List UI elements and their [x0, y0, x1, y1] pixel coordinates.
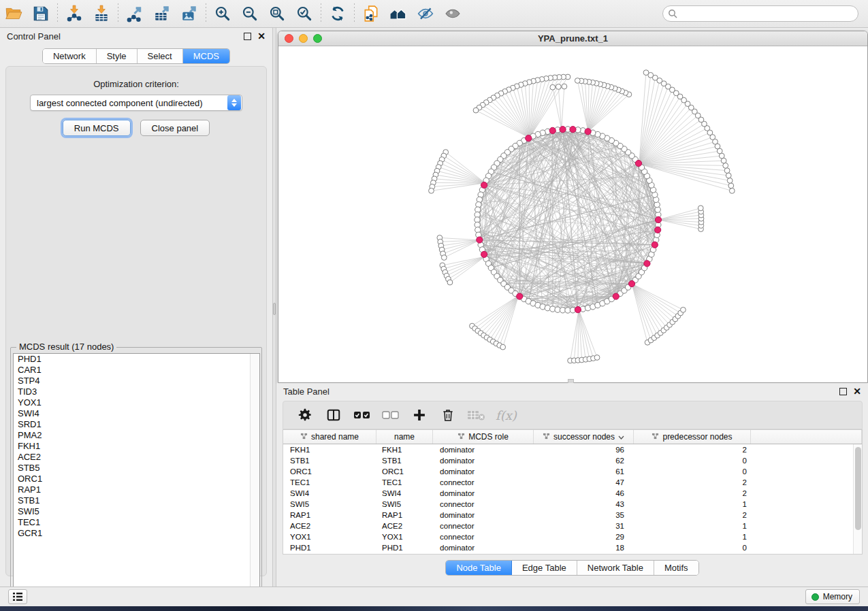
mcds-result-item[interactable]: FKH1 — [14, 441, 259, 452]
cell: PHD1 — [283, 542, 376, 553]
tab-mcds[interactable]: MCDS — [183, 49, 229, 63]
column-header-predecessor-nodes[interactable]: predecessor nodes — [634, 430, 751, 444]
mcds-result-item[interactable]: SWI5 — [14, 506, 259, 517]
cell: 47 — [534, 477, 634, 488]
deselect-all-icon[interactable] — [381, 405, 400, 425]
mcds-result-item[interactable]: TEC1 — [14, 517, 259, 528]
column-header-name[interactable]: name — [376, 430, 433, 444]
close-panel-button[interactable]: Close panel — [140, 120, 210, 136]
copy-network-icon[interactable] — [357, 2, 385, 25]
result-list-scrollbar[interactable] — [250, 354, 259, 597]
mcds-result-item[interactable]: YOX1 — [14, 397, 259, 408]
mcds-result-item[interactable]: TID3 — [14, 386, 259, 397]
tab-style[interactable]: Style — [97, 49, 138, 63]
mcds-result-item[interactable]: STB1 — [14, 495, 259, 506]
table-scrollbar-thumb[interactable] — [855, 447, 861, 530]
mcds-result-item[interactable]: RAP1 — [14, 484, 259, 495]
network-canvas[interactable] — [278, 46, 867, 382]
import-network-icon[interactable] — [61, 2, 88, 25]
export-image-icon[interactable] — [176, 2, 203, 25]
mcds-result-item[interactable]: STB5 — [14, 463, 259, 474]
table-scrollbar[interactable] — [853, 444, 862, 554]
delete-column-icon[interactable] — [438, 405, 457, 425]
zoom-in-icon[interactable] — [209, 2, 236, 25]
table-tab-node-table[interactable]: Node Table — [446, 561, 512, 575]
run-mcds-button[interactable]: Run MCDS — [63, 120, 131, 136]
refresh-icon[interactable] — [324, 2, 351, 25]
save-session-icon[interactable] — [27, 2, 54, 25]
mcds-result-item[interactable]: SWI4 — [14, 408, 259, 419]
cell: connector — [433, 521, 534, 531]
function-builder-icon[interactable]: f(x) — [496, 405, 517, 425]
mcds-result-item[interactable]: STP4 — [14, 376, 259, 386]
column-settings-icon[interactable] — [295, 405, 315, 425]
table-row[interactable]: STB1STB1dominator620 — [283, 455, 862, 466]
table-row[interactable]: TEC1TEC1connector472 — [283, 477, 862, 488]
import-table-icon[interactable] — [88, 2, 115, 25]
close-table-panel-icon[interactable]: ✕ — [853, 388, 861, 395]
mcds-result-item[interactable]: CAR1 — [14, 365, 259, 376]
close-panel-icon[interactable]: ✕ — [257, 33, 266, 40]
memory-button[interactable]: Memory — [805, 589, 860, 604]
tab-network[interactable]: Network — [43, 49, 97, 63]
cell: 29 — [534, 531, 634, 542]
table-row[interactable]: FKH1FKH1dominator962 — [283, 444, 862, 455]
cell: dominator — [433, 488, 534, 499]
mcds-result-item[interactable]: ORC1 — [14, 474, 259, 484]
zoom-selected-icon[interactable] — [291, 2, 318, 25]
first-neighbors-icon[interactable] — [385, 2, 412, 25]
mcds-result-item[interactable]: SRD1 — [14, 419, 259, 430]
control-panel-title: Control Panel — [7, 31, 61, 42]
table-row[interactable]: ACE2ACE2connector311 — [283, 521, 862, 531]
tab-select[interactable]: Select — [138, 49, 183, 63]
column-header-shared-name[interactable]: shared name — [283, 430, 376, 444]
desktop-wallpaper — [0, 606, 868, 611]
splitter-grip[interactable] — [273, 303, 276, 315]
table-row[interactable]: PHD1PHD1dominator180 — [283, 542, 862, 553]
mcds-result-item[interactable]: ACE2 — [14, 452, 259, 463]
mcds-result-item[interactable]: PHD1 — [14, 354, 259, 365]
column-menu-chevron-icon[interactable] — [618, 432, 624, 442]
table-tab-edge-table[interactable]: Edge Table — [512, 561, 577, 575]
export-network-icon[interactable] — [121, 2, 148, 25]
dropdown-selected-value: largest connected component (undirected) — [31, 98, 227, 108]
network-graph[interactable] — [278, 46, 867, 382]
zoom-fit-icon[interactable] — [263, 2, 291, 25]
shared-column-icon — [543, 432, 550, 442]
show-columns-icon[interactable] — [324, 405, 343, 425]
table-panel-title: Table Panel — [283, 386, 329, 397]
search-input[interactable] — [662, 5, 858, 22]
zoom-out-icon[interactable] — [236, 2, 263, 25]
column-header-successor-nodes[interactable]: successor nodes — [534, 430, 634, 444]
add-column-icon[interactable] — [410, 405, 429, 425]
float-table-panel-icon[interactable] — [839, 388, 847, 395]
select-all-icon[interactable] — [353, 405, 372, 425]
column-header-MCDS-role[interactable]: MCDS role — [433, 430, 534, 444]
network-window: YPA_prune.txt_1 — [278, 31, 868, 383]
cell: 0 — [634, 542, 751, 553]
cell: dominator — [433, 455, 534, 466]
task-history-button[interactable] — [8, 589, 27, 604]
table-row[interactable]: SWI4SWI4dominator462 — [283, 488, 862, 499]
table-row[interactable]: RAP1RAP1dominator352 — [283, 510, 862, 521]
table-row[interactable]: ORC1ORC1dominator610 — [283, 466, 862, 477]
open-folder-icon[interactable] — [0, 2, 27, 25]
mcds-result-list[interactable]: PHD1CAR1STP4TID3YOX1SWI4SRD1PMA2FKH1ACE2… — [13, 353, 260, 598]
optimization-criterion-dropdown[interactable]: largest connected component (undirected) — [30, 95, 242, 111]
cell: 96 — [534, 444, 634, 455]
delete-table-icon[interactable] — [467, 405, 486, 425]
table-row[interactable]: YOX1YOX1connector291 — [283, 531, 862, 542]
float-panel-icon[interactable] — [244, 33, 251, 40]
cell: 2 — [634, 477, 751, 488]
cell: 1 — [634, 521, 751, 531]
show-all-icon[interactable] — [439, 2, 466, 25]
network-window-titlebar[interactable]: YPA_prune.txt_1 — [278, 31, 867, 46]
hide-selected-icon[interactable] — [412, 2, 439, 25]
mcds-result-item[interactable]: GCR1 — [14, 528, 259, 539]
table-row[interactable]: SWI5SWI5connector431 — [283, 499, 862, 510]
table-tab-network-table[interactable]: Network Table — [577, 561, 654, 575]
table-tab-motifs[interactable]: Motifs — [654, 561, 698, 575]
mcds-result-item[interactable]: PMA2 — [14, 430, 259, 441]
optimization-criterion-label: Optimization criterion: — [6, 79, 266, 89]
export-table-icon[interactable] — [148, 2, 176, 25]
